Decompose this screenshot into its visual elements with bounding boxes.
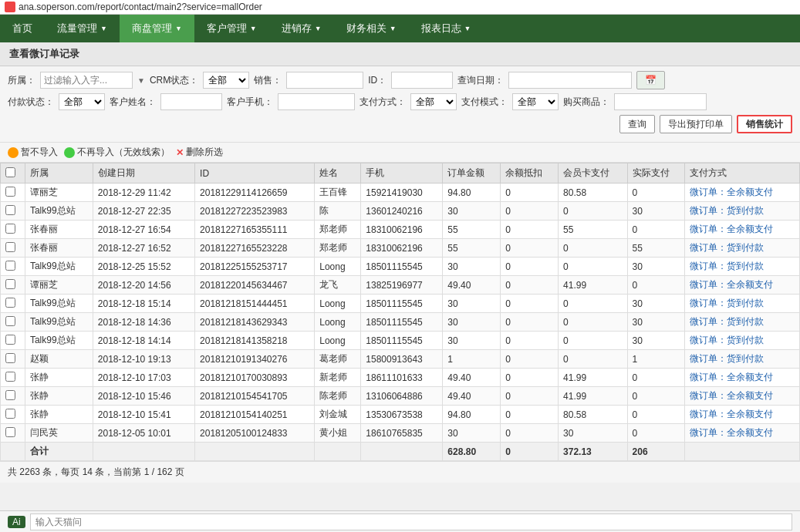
customer-phone-input[interactable] bbox=[278, 93, 355, 110]
no-import-invalid-btn[interactable]: 不再导入（无效线索） bbox=[64, 146, 170, 159]
pay-method-select[interactable]: 全部 bbox=[410, 93, 457, 110]
cell-9-9: 1 bbox=[627, 350, 685, 369]
cell-7-4: Loong bbox=[315, 313, 361, 332]
temp-no-import-btn[interactable]: 暂不导入 bbox=[8, 146, 58, 159]
pay-method-link[interactable]: 微订单：全余额支付 bbox=[690, 187, 773, 197]
row-checkbox-4[interactable] bbox=[5, 261, 15, 271]
chat-bar: Ai bbox=[0, 510, 800, 532]
pay-method-link[interactable]: 微订单：货到付款 bbox=[690, 316, 764, 327]
col-header-4: 姓名 bbox=[315, 163, 361, 184]
product-input[interactable] bbox=[614, 93, 707, 110]
no-import-invalid-icon bbox=[64, 147, 75, 158]
nav-item-进销存[interactable]: 进销存 ▼ bbox=[269, 15, 334, 42]
pay-method-link[interactable]: 微订单：全余额支付 bbox=[690, 372, 773, 382]
row-checkbox-7[interactable] bbox=[5, 316, 15, 326]
cell-2-1: 张春丽 bbox=[25, 221, 93, 239]
payment-select[interactable]: 全部 bbox=[59, 93, 105, 110]
row-checkbox-5[interactable] bbox=[5, 279, 15, 289]
cell-3-1: 张春丽 bbox=[25, 239, 93, 258]
cell-10-4: 新老师 bbox=[315, 369, 361, 387]
date-input[interactable] bbox=[508, 72, 632, 89]
cell-11-5: 13106064886 bbox=[361, 387, 443, 406]
cell-7-8: 0 bbox=[559, 313, 628, 332]
sum-cell-8: 372.13 bbox=[559, 443, 628, 461]
cell-0-4: 王百锋 bbox=[315, 184, 361, 202]
sum-row: 合计628.800372.13206 bbox=[1, 443, 800, 461]
crm-label: CRM状态： bbox=[150, 74, 198, 87]
temp-no-import-icon bbox=[8, 147, 19, 158]
row-checkbox-0[interactable] bbox=[5, 187, 15, 197]
customer-name-input[interactable] bbox=[160, 93, 222, 110]
nav-arrow-icon: ▼ bbox=[315, 25, 322, 32]
cell-1-3: 20181227223523983 bbox=[195, 202, 315, 221]
delete-selected-btn[interactable]: ✕ 删除所选 bbox=[176, 146, 223, 159]
sales-stats-button[interactable]: 销售统计 bbox=[737, 115, 792, 133]
calendar-btn[interactable]: 📅 bbox=[636, 71, 665, 89]
pay-method-link[interactable]: 微订单：货到付款 bbox=[690, 335, 764, 345]
sum-cell-2 bbox=[93, 443, 194, 461]
cell-5-3: 20181220145634467 bbox=[195, 276, 315, 295]
table-row: 张静2018-12-10 15:4620181210154541705陈老师13… bbox=[1, 387, 800, 406]
row-checkbox-3[interactable] bbox=[5, 242, 15, 252]
product-label: 购买商品： bbox=[563, 96, 609, 109]
row-checkbox-2[interactable] bbox=[5, 224, 15, 234]
row-checkbox-6[interactable] bbox=[5, 298, 15, 308]
row-checkbox-1[interactable] bbox=[5, 205, 15, 215]
row-checkbox-9[interactable] bbox=[5, 353, 15, 363]
nav-item-报表日志[interactable]: 报表日志 ▼ bbox=[409, 15, 484, 42]
pay-method-link[interactable]: 微订单：全余额支付 bbox=[690, 390, 773, 401]
cell-8-10: 微订单：货到付款 bbox=[685, 332, 800, 350]
pay-method-link[interactable]: 微订单：全余额支付 bbox=[690, 409, 773, 419]
favicon-icon bbox=[5, 2, 15, 12]
nav-item-流量管理[interactable]: 流量管理 ▼ bbox=[45, 15, 120, 42]
row-checkbox-11[interactable] bbox=[5, 390, 15, 400]
cell-11-6: 49.40 bbox=[443, 387, 501, 406]
pay-method-link[interactable]: 微订单：货到付款 bbox=[690, 353, 764, 364]
pay-method-link[interactable]: 微订单：货到付款 bbox=[690, 261, 764, 271]
cell-10-1: 张静 bbox=[25, 369, 93, 387]
cell-5-10: 微订单：全余额支付 bbox=[685, 276, 800, 295]
crm-select[interactable]: 全部 bbox=[203, 72, 249, 89]
row-checkbox-13[interactable] bbox=[5, 427, 15, 437]
cell-1-0 bbox=[1, 202, 25, 221]
pay-method-link[interactable]: 微订单：货到付款 bbox=[690, 205, 764, 216]
row-checkbox-12[interactable] bbox=[5, 409, 15, 419]
pay-method-link[interactable]: 微订单：货到付款 bbox=[690, 242, 764, 253]
cell-10-6: 49.40 bbox=[443, 369, 501, 387]
cell-13-4: 黄小姐 bbox=[315, 424, 361, 443]
chat-input[interactable] bbox=[30, 513, 792, 530]
cell-6-6: 30 bbox=[443, 295, 501, 313]
id-input[interactable] bbox=[391, 72, 453, 89]
nav-item-财务相关[interactable]: 财务相关 ▼ bbox=[334, 15, 409, 42]
cell-1-5: 13601240216 bbox=[361, 202, 443, 221]
cell-11-10: 微订单：全余额支付 bbox=[685, 387, 800, 406]
nav-item-商盘管理[interactable]: 商盘管理 ▼ bbox=[120, 15, 194, 42]
cell-8-0 bbox=[1, 332, 25, 350]
select-all-checkbox[interactable] bbox=[5, 167, 15, 177]
row-checkbox-8[interactable] bbox=[5, 335, 15, 345]
sum-cell-10 bbox=[685, 443, 800, 461]
nav-item-首页[interactable]: 首页 bbox=[0, 15, 45, 42]
pay-method-link[interactable]: 微订单：全余额支付 bbox=[690, 427, 773, 438]
belong-input[interactable] bbox=[40, 72, 133, 89]
pay-method-link[interactable]: 微订单：货到付款 bbox=[690, 298, 764, 308]
nav-item-客户管理[interactable]: 客户管理 ▼ bbox=[194, 15, 269, 42]
query-button[interactable]: 查询 bbox=[619, 115, 655, 133]
sales-input[interactable] bbox=[286, 72, 363, 89]
pay-method-link[interactable]: 微订单：全余额支付 bbox=[690, 224, 773, 234]
cell-10-9: 0 bbox=[627, 369, 685, 387]
cell-12-5: 13530673538 bbox=[361, 406, 443, 424]
col-header-6: 订单金额 bbox=[443, 163, 501, 184]
table-row: Talk99总站2018-12-27 22:352018122722352398… bbox=[1, 202, 800, 221]
col-header-5: 手机 bbox=[361, 163, 443, 184]
nav-arrow-icon: ▼ bbox=[250, 25, 257, 32]
cell-3-6: 55 bbox=[443, 239, 501, 258]
cell-8-1: Talk99总站 bbox=[25, 332, 93, 350]
pay-mode-select[interactable]: 全部 bbox=[512, 93, 559, 110]
pay-method-link[interactable]: 微订单：全余额支付 bbox=[690, 279, 773, 290]
row-checkbox-10[interactable] bbox=[5, 372, 15, 382]
sum-cell-0 bbox=[1, 443, 25, 461]
export-print-button[interactable]: 导出预打印单 bbox=[660, 115, 732, 133]
cell-8-5: 18501115545 bbox=[361, 332, 443, 350]
cell-4-4: Loong bbox=[315, 258, 361, 276]
